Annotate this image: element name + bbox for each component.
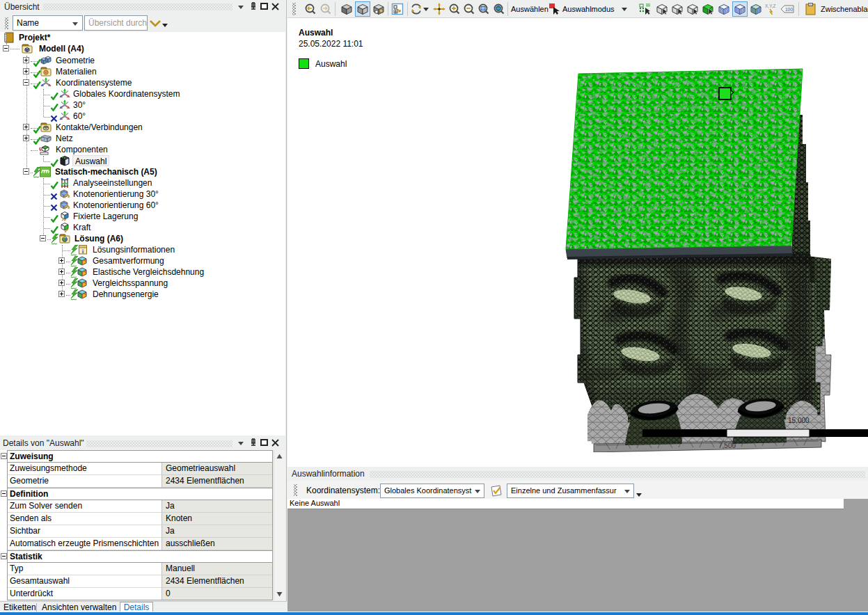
- svg-text:X,Y,Z: X,Y,Z: [765, 3, 775, 8]
- svg-text:100: 100: [785, 7, 793, 12]
- svg-text:7,500: 7,500: [718, 442, 736, 449]
- svg-text:15,000: 15,000: [788, 417, 810, 424]
